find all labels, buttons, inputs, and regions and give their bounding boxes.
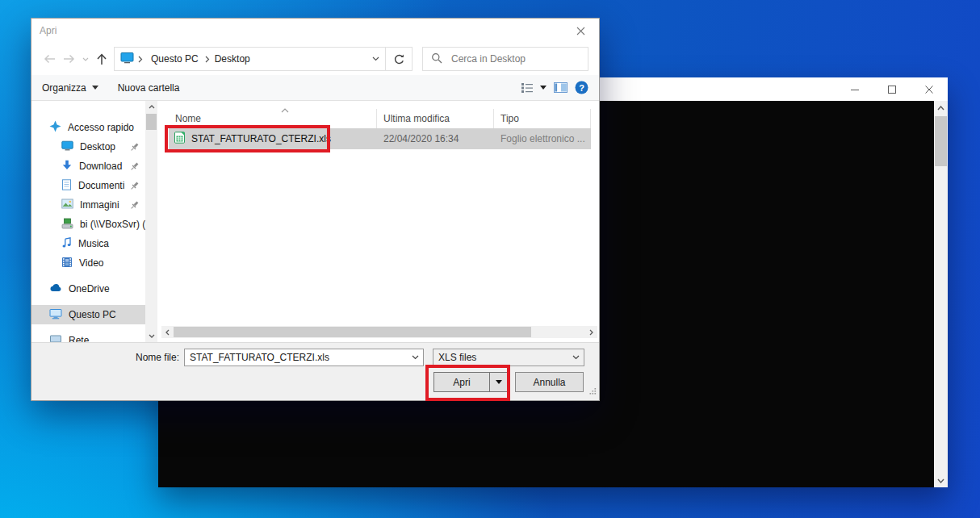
- organize-label: Organizza: [42, 82, 86, 94]
- this-pc-monitor-icon: [120, 52, 134, 66]
- navigation-bar: Questo PC Desktop: [31, 43, 599, 75]
- open-button-label[interactable]: Apri: [434, 373, 489, 391]
- scroll-down-icon[interactable]: [934, 474, 948, 487]
- sidebar-scrollbar[interactable]: [145, 101, 157, 342]
- sort-ascending-chevron-icon: [281, 104, 289, 115]
- organize-dropdown-icon: [92, 86, 98, 90]
- file-row-selected[interactable]: STAT_FATTURATO_CTERZI.xls 22/04/2020 16:…: [169, 128, 591, 149]
- file-modified-date: 22/04/2020 16:34: [377, 133, 494, 144]
- sidebar-item-label: Download: [79, 161, 122, 172]
- chevron-down-icon[interactable]: [407, 349, 423, 366]
- sidebar-item-documenti[interactable]: Documenti: [31, 176, 145, 195]
- sidebar-item-rete[interactable]: Rete: [31, 331, 145, 342]
- column-header-ultima-modifica[interactable]: Ultima modifica: [377, 109, 494, 128]
- sidebar-item-questo-pc[interactable]: Questo PC: [31, 305, 145, 324]
- sidebar-item-video[interactable]: Video: [31, 253, 145, 273]
- breadcrumb-item-desktop[interactable]: Desktop: [210, 53, 257, 65]
- up-arrow-icon[interactable]: [91, 48, 111, 69]
- file-list-horizontal-scrollbar[interactable]: [161, 326, 597, 338]
- search-icon: [431, 52, 442, 66]
- new-folder-label: Nuova cartella: [118, 82, 180, 94]
- scroll-up-icon[interactable]: [145, 101, 157, 113]
- background-window-scrollbar[interactable]: [934, 101, 948, 487]
- search-placeholder: Cerca in Desktop: [451, 53, 526, 65]
- view-mode-dropdown-icon[interactable]: [540, 86, 547, 90]
- column-header-nome[interactable]: Nome: [169, 109, 377, 128]
- sidebar-item-label: Desktop: [80, 141, 115, 152]
- sidebar-group-gap: [31, 324, 145, 331]
- filename-label: Nome file:: [31, 352, 179, 363]
- refresh-icon[interactable]: [386, 47, 413, 71]
- resize-grip-icon[interactable]: [588, 386, 597, 398]
- breadcrumb-item-questo-pc[interactable]: Questo PC: [146, 53, 205, 65]
- scrollbar-thumb[interactable]: [935, 116, 947, 166]
- chevron-down-icon: [496, 380, 502, 384]
- open-button[interactable]: Apri: [433, 372, 508, 392]
- dialog-title: Apri: [40, 25, 57, 36]
- scroll-up-icon[interactable]: [934, 101, 948, 115]
- pin-icon: [130, 181, 140, 194]
- onedrive-cloud-icon: [49, 283, 62, 295]
- pin-icon: [130, 200, 140, 213]
- file-list-header: Nome Ultima modifica Tipo: [169, 109, 599, 128]
- chevron-down-icon[interactable]: [567, 349, 584, 366]
- column-header-filler: [591, 109, 599, 128]
- sidebar-item-network-drive[interactable]: bi (\\VBoxSvr) (Z: [31, 215, 145, 234]
- minimize-icon[interactable]: [836, 77, 873, 101]
- pin-icon: [130, 142, 140, 155]
- address-bar[interactable]: Questo PC Desktop: [114, 47, 386, 71]
- cancel-button[interactable]: Annulla: [515, 372, 584, 392]
- maximize-icon[interactable]: [873, 77, 911, 101]
- recent-locations-chevron-icon[interactable]: [79, 48, 91, 69]
- sidebar-item-accesso-rapido[interactable]: Accesso rapido: [31, 118, 145, 137]
- sidebar-item-onedrive[interactable]: OneDrive: [31, 279, 145, 299]
- file-name: STAT_FATTURATO_CTERZI.xls: [191, 133, 331, 144]
- svg-text:?: ?: [579, 83, 584, 93]
- excel-file-icon: [174, 132, 186, 146]
- music-note-icon: [61, 237, 72, 251]
- column-header-tipo[interactable]: Tipo: [494, 109, 591, 128]
- sidebar-item-desktop[interactable]: Desktop: [31, 137, 145, 157]
- organize-button[interactable]: Organizza: [42, 82, 98, 94]
- navigation-sidebar: Accesso rapido Desktop: [31, 101, 145, 342]
- dialog-toolbar: Organizza Nuova cartella: [31, 75, 599, 101]
- document-icon: [61, 179, 72, 193]
- sidebar-item-label: OneDrive: [69, 283, 110, 295]
- close-icon[interactable]: [563, 19, 599, 43]
- back-arrow-icon[interactable]: [39, 48, 59, 69]
- address-dropdown-chevron-icon[interactable]: [366, 48, 385, 70]
- scroll-down-icon[interactable]: [145, 330, 157, 342]
- open-button-dropdown[interactable]: [489, 373, 507, 391]
- view-mode-icon[interactable]: [521, 83, 533, 93]
- dialog-footer: Nome file: STAT_FATTURATO_CTERZI.xls XLS…: [31, 342, 599, 400]
- download-arrow-icon: [61, 160, 73, 173]
- filetype-value: XLS files: [433, 352, 567, 363]
- close-icon[interactable]: [911, 77, 948, 101]
- new-folder-button[interactable]: Nuova cartella: [118, 82, 180, 94]
- sidebar-item-download[interactable]: Download: [31, 157, 145, 176]
- network-drive-icon: [61, 218, 73, 232]
- forward-arrow-icon[interactable]: [59, 48, 79, 69]
- filetype-combobox[interactable]: XLS files: [433, 349, 584, 366]
- file-type: Foglio elettronico ...: [494, 133, 591, 144]
- dialog-titlebar: Apri: [31, 19, 599, 43]
- scroll-right-icon[interactable]: [585, 326, 597, 338]
- file-list-pane: Nome Ultima modifica Tipo: [157, 101, 599, 342]
- search-input[interactable]: Cerca in Desktop: [422, 47, 588, 71]
- sidebar-item-label: Documenti: [78, 180, 124, 191]
- scrollbar-thumb[interactable]: [146, 114, 157, 130]
- sidebar-group-gap: [31, 299, 145, 305]
- sidebar-item-immagini[interactable]: Immagini: [31, 195, 145, 215]
- desktop-monitor-icon: [61, 140, 73, 154]
- file-list-rows: STAT_FATTURATO_CTERZI.xls 22/04/2020 16:…: [169, 128, 599, 342]
- preview-pane-icon[interactable]: [554, 82, 567, 93]
- pictures-icon: [61, 198, 73, 211]
- scrollbar-thumb[interactable]: [174, 327, 531, 337]
- sidebar-item-label: Rete: [69, 335, 89, 342]
- filename-combobox[interactable]: STAT_FATTURATO_CTERZI.xls: [184, 349, 424, 366]
- scroll-left-icon[interactable]: [161, 326, 174, 338]
- sidebar-item-musica[interactable]: Musica: [31, 234, 145, 253]
- help-icon[interactable]: ?: [575, 81, 588, 94]
- network-icon: [49, 334, 62, 343]
- pin-icon: [130, 161, 140, 174]
